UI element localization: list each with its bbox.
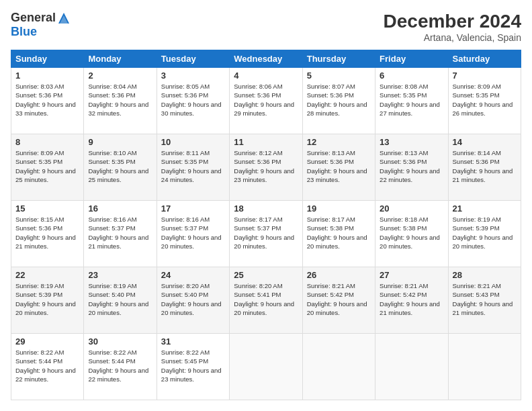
logo-blue-text: Blue [11, 25, 37, 39]
day-info: Sunrise: 8:05 AM Sunset: 5:36 PM Dayligh… [161, 82, 225, 118]
day-number: 1 [15, 71, 79, 81]
day-number: 25 [234, 270, 298, 280]
day-info: Sunrise: 8:12 AM Sunset: 5:36 PM Dayligh… [234, 148, 298, 184]
day-number: 10 [161, 137, 225, 147]
day-number: 21 [453, 203, 517, 214]
day-info: Sunrise: 8:19 AM Sunset: 5:40 PM Dayligh… [88, 281, 152, 317]
day-info: Sunrise: 8:22 AM Sunset: 5:44 PM Dayligh… [15, 348, 79, 383]
day-number: 27 [380, 270, 443, 280]
logo: General Blue [11, 11, 71, 39]
day-info: Sunrise: 8:13 AM Sunset: 5:36 PM Dayligh… [307, 148, 371, 184]
calendar-row: 1Sunrise: 8:03 AM Sunset: 5:36 PM Daylig… [11, 68, 521, 134]
table-row [302, 334, 375, 400]
day-info: Sunrise: 8:17 AM Sunset: 5:37 PM Dayligh… [234, 215, 298, 250]
calendar-row: 22Sunrise: 8:19 AM Sunset: 5:39 PM Dayli… [11, 267, 521, 334]
day-info: Sunrise: 8:16 AM Sunset: 5:37 PM Dayligh… [161, 215, 225, 250]
day-number: 16 [88, 203, 152, 214]
day-info: Sunrise: 8:16 AM Sunset: 5:37 PM Dayligh… [88, 215, 152, 250]
day-number: 8 [15, 137, 79, 147]
table-row: 23Sunrise: 8:19 AM Sunset: 5:40 PM Dayli… [84, 267, 157, 334]
day-number: 6 [380, 71, 443, 81]
day-info: Sunrise: 8:09 AM Sunset: 5:35 PM Dayligh… [15, 148, 79, 184]
table-row: 10Sunrise: 8:11 AM Sunset: 5:35 PM Dayli… [157, 134, 229, 201]
table-row: 9Sunrise: 8:10 AM Sunset: 5:35 PM Daylig… [84, 134, 157, 201]
day-number: 18 [234, 203, 298, 214]
day-number: 7 [453, 71, 517, 81]
table-row: 13Sunrise: 8:13 AM Sunset: 5:36 PM Dayli… [375, 134, 448, 201]
day-number: 29 [15, 336, 79, 347]
table-row: 11Sunrise: 8:12 AM Sunset: 5:36 PM Dayli… [230, 134, 302, 201]
day-info: Sunrise: 8:21 AM Sunset: 5:42 PM Dayligh… [307, 281, 371, 317]
day-number: 5 [307, 71, 371, 81]
table-row: 20Sunrise: 8:18 AM Sunset: 5:38 PM Dayli… [375, 201, 448, 267]
table-row: 31Sunrise: 8:22 AM Sunset: 5:45 PM Dayli… [157, 334, 229, 400]
table-row: 15Sunrise: 8:15 AM Sunset: 5:36 PM Dayli… [11, 201, 84, 267]
day-number: 15 [15, 203, 79, 214]
col-tuesday: Tuesday [157, 50, 229, 68]
table-row: 3Sunrise: 8:05 AM Sunset: 5:36 PM Daylig… [157, 68, 229, 134]
table-row: 19Sunrise: 8:17 AM Sunset: 5:38 PM Dayli… [302, 201, 375, 267]
day-number: 22 [15, 270, 79, 280]
table-row: 26Sunrise: 8:21 AM Sunset: 5:42 PM Dayli… [302, 267, 375, 334]
col-wednesday: Wednesday [230, 50, 302, 68]
day-number: 26 [307, 270, 371, 280]
table-row [448, 334, 521, 400]
table-row: 28Sunrise: 8:21 AM Sunset: 5:43 PM Dayli… [448, 267, 521, 334]
table-row: 18Sunrise: 8:17 AM Sunset: 5:37 PM Dayli… [230, 201, 302, 267]
day-number: 24 [161, 270, 225, 280]
day-number: 12 [307, 137, 371, 147]
page: General Blue December 2024 Artana, Valen… [0, 0, 532, 411]
day-info: Sunrise: 8:07 AM Sunset: 5:36 PM Dayligh… [307, 82, 371, 118]
table-row: 25Sunrise: 8:20 AM Sunset: 5:41 PM Dayli… [230, 267, 302, 334]
col-monday: Monday [84, 50, 157, 68]
calendar-header-row: Sunday Monday Tuesday Wednesday Thursday… [11, 50, 521, 68]
table-row: 17Sunrise: 8:16 AM Sunset: 5:37 PM Dayli… [157, 201, 229, 267]
col-saturday: Saturday [448, 50, 521, 68]
day-number: 11 [234, 137, 298, 147]
day-number: 31 [161, 336, 225, 347]
table-row: 30Sunrise: 8:22 AM Sunset: 5:44 PM Dayli… [84, 334, 157, 400]
day-info: Sunrise: 8:20 AM Sunset: 5:40 PM Dayligh… [161, 281, 225, 317]
table-row [230, 334, 302, 400]
table-row: 16Sunrise: 8:16 AM Sunset: 5:37 PM Dayli… [84, 201, 157, 267]
month-title: December 2024 [384, 11, 521, 32]
day-number: 9 [88, 137, 152, 147]
day-number: 30 [88, 336, 152, 347]
table-row: 2Sunrise: 8:04 AM Sunset: 5:36 PM Daylig… [84, 68, 157, 134]
logo-icon [57, 11, 71, 25]
table-row: 12Sunrise: 8:13 AM Sunset: 5:36 PM Dayli… [302, 134, 375, 201]
calendar-row: 15Sunrise: 8:15 AM Sunset: 5:36 PM Dayli… [11, 201, 521, 267]
day-info: Sunrise: 8:22 AM Sunset: 5:44 PM Dayligh… [88, 348, 152, 383]
logo-general-text: General [11, 11, 56, 25]
day-info: Sunrise: 8:21 AM Sunset: 5:42 PM Dayligh… [380, 281, 443, 317]
day-number: 28 [453, 270, 517, 280]
table-row: 4Sunrise: 8:06 AM Sunset: 5:36 PM Daylig… [230, 68, 302, 134]
day-info: Sunrise: 8:19 AM Sunset: 5:39 PM Dayligh… [453, 215, 517, 250]
header: General Blue December 2024 Artana, Valen… [11, 11, 521, 43]
col-thursday: Thursday [302, 50, 375, 68]
day-info: Sunrise: 8:19 AM Sunset: 5:39 PM Dayligh… [15, 281, 79, 317]
col-friday: Friday [375, 50, 448, 68]
table-row: 8Sunrise: 8:09 AM Sunset: 5:35 PM Daylig… [11, 134, 84, 201]
col-sunday: Sunday [11, 50, 84, 68]
day-info: Sunrise: 8:09 AM Sunset: 5:35 PM Dayligh… [453, 82, 517, 118]
day-number: 23 [88, 270, 152, 280]
day-number: 3 [161, 71, 225, 81]
table-row: 27Sunrise: 8:21 AM Sunset: 5:42 PM Dayli… [375, 267, 448, 334]
table-row: 24Sunrise: 8:20 AM Sunset: 5:40 PM Dayli… [157, 267, 229, 334]
table-row: 1Sunrise: 8:03 AM Sunset: 5:36 PM Daylig… [11, 68, 84, 134]
table-row: 22Sunrise: 8:19 AM Sunset: 5:39 PM Dayli… [11, 267, 84, 334]
day-number: 13 [380, 137, 443, 147]
day-info: Sunrise: 8:11 AM Sunset: 5:35 PM Dayligh… [161, 148, 225, 184]
table-row: 14Sunrise: 8:14 AM Sunset: 5:36 PM Dayli… [448, 134, 521, 201]
table-row: 5Sunrise: 8:07 AM Sunset: 5:36 PM Daylig… [302, 68, 375, 134]
day-info: Sunrise: 8:06 AM Sunset: 5:36 PM Dayligh… [234, 82, 298, 118]
day-info: Sunrise: 8:21 AM Sunset: 5:43 PM Dayligh… [453, 281, 517, 317]
table-row [375, 334, 448, 400]
day-number: 20 [380, 203, 443, 214]
table-row: 29Sunrise: 8:22 AM Sunset: 5:44 PM Dayli… [11, 334, 84, 400]
day-info: Sunrise: 8:08 AM Sunset: 5:35 PM Dayligh… [380, 82, 443, 118]
day-info: Sunrise: 8:04 AM Sunset: 5:36 PM Dayligh… [88, 82, 152, 118]
calendar-row: 8Sunrise: 8:09 AM Sunset: 5:35 PM Daylig… [11, 134, 521, 201]
day-info: Sunrise: 8:22 AM Sunset: 5:45 PM Dayligh… [161, 348, 225, 383]
